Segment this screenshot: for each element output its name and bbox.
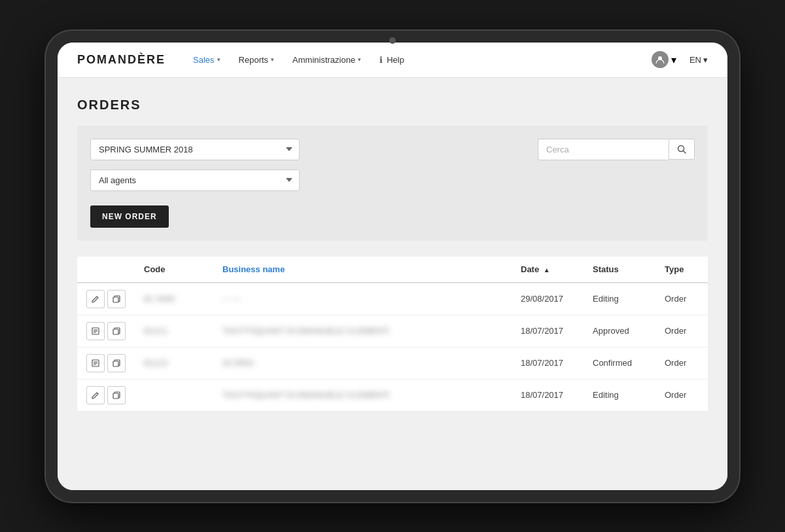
chevron-down-icon: ▾ [271,56,274,63]
row-code [135,379,213,411]
agents-select[interactable]: All agents Agent 1 Agent 2 [90,169,300,191]
row-status: Editing [584,283,655,315]
row-code: 81113 [135,347,213,379]
page-title: ORDERS [77,98,708,113]
row-actions [86,386,126,404]
device-camera [389,37,396,44]
table-header-row: Code Business name Date ▲ Status [77,257,708,283]
col-header-date[interactable]: Date ▲ [512,257,584,283]
row-type: Order [655,379,708,411]
row-type: Order [655,283,708,315]
row-date: 18/07/2017 [512,379,584,411]
svg-line-2 [684,151,686,154]
chevron-down-icon: ▾ [671,54,676,66]
row-code: 81 3340 [135,283,213,315]
nav-item-sales[interactable]: Sales ▾ [185,51,228,69]
device-frame: POMANDÈRE Sales ▾ Reports ▾ Amministrazi… [46,31,739,502]
search-button[interactable] [669,139,695,160]
action-copy-button[interactable] [107,290,126,308]
navbar: POMANDÈRE Sales ▾ Reports ▾ Amministrazi… [58,43,727,78]
svg-rect-14 [113,393,118,399]
search-input[interactable] [538,139,669,160]
table-row: 81113GI DRIA18/07/2017ConfirmedOrder [77,347,708,379]
action-view-button[interactable] [86,354,105,372]
user-avatar [652,51,669,68]
row-status: Confirmed [584,347,655,379]
nav-item-amministrazione[interactable]: Amministrazione ▾ [285,51,369,69]
action-copy-button[interactable] [107,386,126,404]
row-business-name: TOUT'FIQUANT DI EMANUELE CLEMENTI [213,379,512,411]
nav-item-help[interactable]: ℹ Help [372,51,412,69]
table-row: 81 3340-- ----29/08/2017EditingOrder [77,283,708,315]
season-select[interactable]: SPRING SUMMER 2018 FALL WINTER 2018 SPRI… [90,139,300,160]
col-header-actions [77,257,135,283]
user-menu-button[interactable]: ▾ [646,48,682,71]
col-header-type: Type [655,257,708,283]
orders-table: Code Business name Date ▲ Status [77,257,708,412]
filter-row-top: SPRING SUMMER 2018 FALL WINTER 2018 SPRI… [90,139,695,160]
col-header-business[interactable]: Business name [213,257,512,283]
table-row: 81111TOUT'FIQUANT DI EMANUELE CLEMENTI18… [77,315,708,347]
action-copy-button[interactable] [107,354,126,372]
brand-logo: POMANDÈRE [77,53,166,67]
info-icon: ℹ [379,55,383,65]
sort-asc-icon: ▲ [544,266,550,274]
new-order-button[interactable]: NEW ORDER [90,205,169,228]
chevron-down-icon: ▾ [358,56,361,63]
row-code: 81111 [135,315,213,347]
row-date: 18/07/2017 [512,315,584,347]
svg-rect-13 [113,361,118,366]
svg-rect-8 [113,329,118,334]
row-actions [86,322,126,340]
row-status: Approved [584,315,655,347]
col-header-code: Code [135,257,213,283]
row-actions [86,290,126,308]
search-row [538,139,695,160]
svg-rect-3 [113,297,118,302]
row-actions [86,354,126,372]
action-view-button[interactable] [86,322,105,340]
chevron-down-icon: ▾ [703,55,708,65]
filter-row-actions: NEW ORDER [90,200,695,228]
action-copy-button[interactable] [107,322,126,340]
navbar-right: ▾ EN ▾ [646,48,708,71]
nav-item-reports[interactable]: Reports ▾ [231,51,283,69]
row-date: 18/07/2017 [512,347,584,379]
language-selector[interactable]: EN ▾ [689,55,708,65]
table-row: TOUT'FIQUANT DI EMANUELE CLEMENTI18/07/2… [77,379,708,411]
row-business-name: GI DRIA [213,347,512,379]
action-edit-button[interactable] [86,290,105,308]
filters-section: SPRING SUMMER 2018 FALL WINTER 2018 SPRI… [77,126,708,241]
main-content: ORDERS SPRING SUMMER 2018 FALL WINTER 20… [58,78,727,490]
row-type: Order [655,315,708,347]
col-header-status: Status [584,257,655,283]
filter-row-agents: All agents Agent 1 Agent 2 [90,169,695,191]
chevron-down-icon: ▾ [217,56,220,63]
row-business-name: -- ---- [213,283,512,315]
action-edit-button[interactable] [86,386,105,404]
device-screen: POMANDÈRE Sales ▾ Reports ▾ Amministrazi… [58,43,727,490]
row-type: Order [655,347,708,379]
row-date: 29/08/2017 [512,283,584,315]
row-business-name: TOUT'FIQUANT DI EMANUELE CLEMENTI [213,315,512,347]
row-status: Editing [584,379,655,411]
navbar-nav: Sales ▾ Reports ▾ Amministrazione ▾ ℹ He… [185,51,646,69]
